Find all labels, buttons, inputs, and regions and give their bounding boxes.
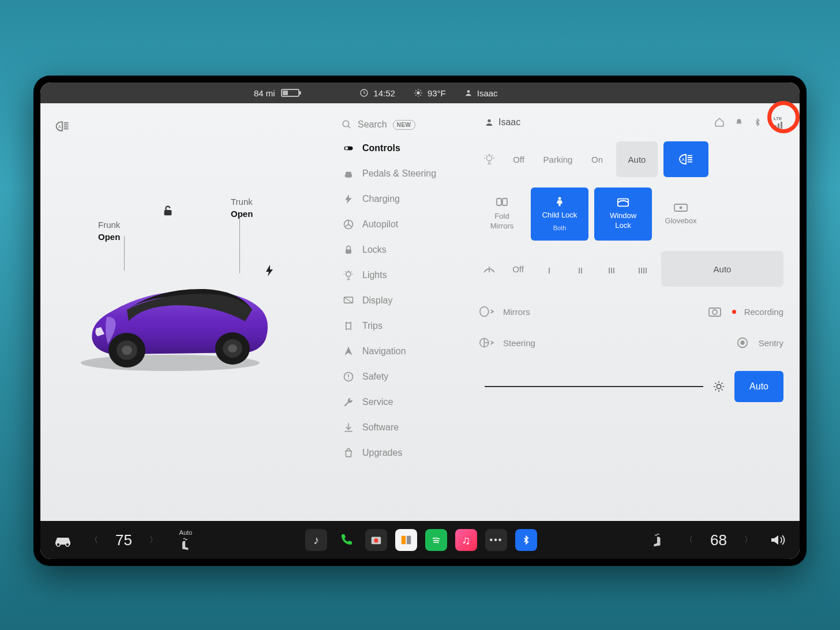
svg-point-40 [717, 384, 721, 388]
wheel-icon [343, 219, 354, 230]
lights-parking[interactable]: Parking [538, 141, 578, 177]
sentry-mode[interactable]: Sentry [734, 336, 783, 349]
status-icons: LTE [714, 116, 783, 129]
nav-item-label: Lights [362, 270, 387, 280]
svg-point-18 [346, 272, 351, 276]
right-seat-heat[interactable] [649, 532, 664, 548]
download-icon [343, 422, 354, 433]
fold-mirrors-button[interactable]: Fold Mirrors [479, 187, 525, 241]
camera-app-icon[interactable] [365, 529, 387, 551]
sentry-label: Sentry [759, 338, 783, 348]
lights-off[interactable]: Off [505, 141, 532, 177]
window-lock-button[interactable]: Window Lock [594, 187, 652, 241]
svg-rect-23 [775, 125, 777, 129]
car-icon[interactable] [53, 533, 73, 547]
bluetooth-icon[interactable] [753, 117, 762, 128]
time-value: 14:52 [373, 88, 395, 98]
volume-icon[interactable] [770, 533, 787, 547]
sentry-icon [734, 336, 751, 349]
child-lock-sub: Both [553, 224, 567, 232]
wipers-auto[interactable]: Auto [661, 251, 783, 287]
unlock-icon[interactable] [162, 204, 174, 217]
steering-adjust[interactable]: Steering [479, 336, 535, 349]
music-app-icon[interactable]: ♪ [305, 529, 327, 551]
svg-rect-46 [407, 536, 411, 545]
brightness-row: Auto [479, 371, 783, 402]
lights-parking-label: Parking [543, 155, 573, 164]
search-row[interactable]: Search NEW [335, 114, 473, 136]
brightness-slider[interactable] [485, 386, 703, 387]
cellular-signal[interactable]: LTE [772, 116, 783, 129]
nav-item-software[interactable]: Software [335, 415, 473, 440]
wipers-auto-label: Auto [714, 264, 732, 274]
right-temp-up[interactable]: 〉 [744, 535, 752, 545]
wipers-off[interactable]: Off [505, 251, 531, 287]
lights-on[interactable]: On [584, 141, 610, 177]
lights-auto-label: Auto [628, 155, 646, 164]
svg-rect-4 [164, 210, 172, 215]
apple-music-app-icon[interactable]: ♫ [455, 529, 477, 551]
nav-item-navigation[interactable]: Navigation [335, 339, 473, 364]
right-temp-value[interactable]: 68 [702, 531, 735, 549]
left-seat-heat[interactable]: Auto [178, 529, 193, 551]
dashcam-recording[interactable]: Recording [708, 305, 783, 318]
wipers-speed-1[interactable] [537, 251, 562, 287]
nav-item-safety[interactable]: Safety [335, 364, 473, 389]
adjustments-row-2: Steering Sentry [479, 336, 783, 349]
child-lock-button[interactable]: Child Lock Both [531, 187, 588, 241]
nav-item-autopilot[interactable]: Autopilot [335, 212, 473, 237]
nav-item-label: Service [362, 397, 393, 407]
homelink-icon[interactable] [714, 117, 725, 127]
lights-auto[interactable]: Auto [616, 141, 658, 177]
glovebox-button[interactable]: Glovebox [658, 187, 704, 241]
headlights-button[interactable]: A [663, 141, 708, 177]
more-apps-icon[interactable]: ••• [485, 529, 507, 551]
phone-app-icon[interactable] [335, 529, 357, 551]
notifications-icon[interactable] [735, 117, 743, 127]
nav-item-pedals-steering[interactable]: Pedals & Steering [335, 161, 473, 186]
brightness-auto-button[interactable]: Auto [734, 371, 783, 402]
profile-cluster[interactable]: Isaac [464, 88, 498, 98]
trunk-button[interactable]: Trunk Open [231, 196, 253, 220]
nav-item-upgrades[interactable]: Upgrades [335, 440, 473, 466]
svg-point-12 [343, 121, 349, 127]
spotify-app-icon[interactable] [425, 529, 447, 551]
profile-name: Isaac [477, 88, 498, 98]
recording-dot-icon [732, 310, 736, 314]
left-temp-up[interactable]: 〉 [149, 535, 158, 545]
mirrors-adjust[interactable]: Mirrors [479, 305, 530, 318]
nav-item-locks[interactable]: Locks [335, 237, 473, 262]
profile-selector[interactable]: Isaac [485, 117, 520, 127]
right-temp-down[interactable]: 〈 [685, 535, 693, 545]
svg-point-42 [66, 543, 69, 546]
svg-point-34 [480, 307, 489, 317]
nav-item-display[interactable]: Display [335, 288, 473, 313]
nav-item-trips[interactable]: Trips [335, 313, 473, 339]
svg-rect-35 [709, 308, 721, 316]
bulb-icon [483, 153, 496, 166]
wipers-speed-3[interactable] [599, 251, 624, 287]
person-icon [464, 89, 472, 97]
svg-rect-24 [778, 123, 779, 129]
seat-auto-label: Auto [179, 529, 193, 536]
bottom-app-bar: 〈 75 〉 Auto ♪ [40, 521, 800, 559]
wipers-speed-4[interactable] [630, 251, 655, 287]
svg-point-39 [741, 341, 744, 344]
nav-item-service[interactable]: Service [335, 389, 473, 415]
bluetooth-app-icon[interactable] [515, 529, 537, 551]
nav-item-charging[interactable]: Charging [335, 186, 473, 212]
nav-item-controls[interactable]: Controls [335, 136, 473, 161]
nav-item-lights[interactable]: Lights [335, 262, 473, 288]
wipers-speed-2[interactable] [568, 251, 593, 287]
bolt-icon [343, 193, 354, 205]
mirrors-adjust-label: Mirrors [503, 307, 530, 317]
svg-point-30 [558, 197, 561, 200]
left-temp-value[interactable]: 75 [107, 531, 140, 549]
calendar-app-icon[interactable] [395, 529, 417, 551]
left-temp-down[interactable]: 〈 [90, 535, 98, 545]
svg-point-21 [487, 119, 490, 122]
lights-icon [479, 141, 500, 177]
vehicle-panel: Frunk Open Trunk Open [40, 103, 335, 521]
trunk-label-text: Trunk [231, 197, 253, 207]
frunk-button[interactable]: Frunk Open [98, 219, 120, 243]
